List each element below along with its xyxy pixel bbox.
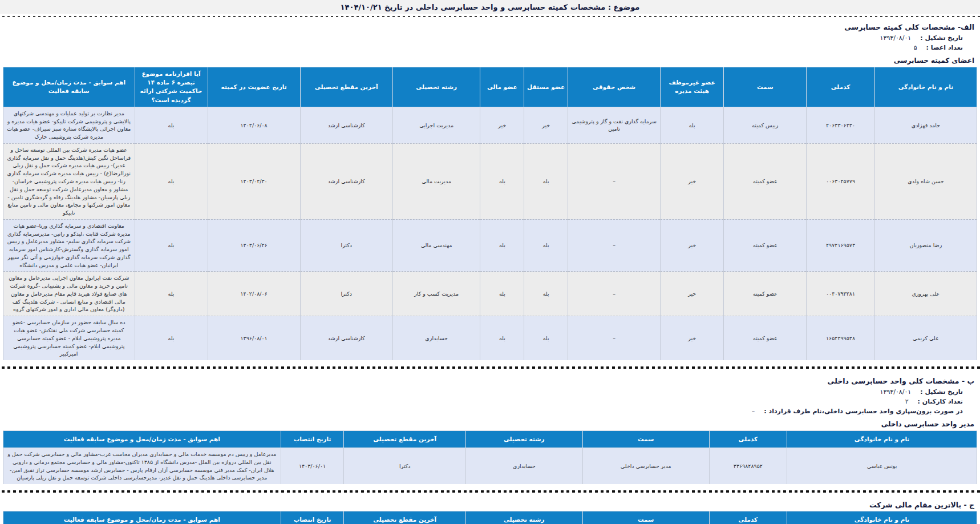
table-cell: ۰۰۴۰۷۹۳۲۸۱ <box>807 272 874 316</box>
table-cell: ۰۰۶۳۰۲۵۷۷۹ <box>807 143 874 219</box>
table-cell: – <box>568 316 661 360</box>
column-header: عضو غیرموظف هیئت مدیره <box>661 67 724 107</box>
table-cell: بله <box>135 143 208 219</box>
column-header: رشته تحصیلی <box>465 511 582 524</box>
column-header: نام و نام خانوادگی <box>787 511 977 524</box>
column-header: تاریخ انتصاب <box>281 431 344 448</box>
title-separator <box>0 15 980 17</box>
table-cell: عضو کمیته <box>724 219 807 272</box>
table-cell: ۲۹۷۲۱۶۹۵۷۳ <box>807 219 874 272</box>
table-cell: بله <box>524 316 568 360</box>
column-header: عضو مستقل <box>524 67 568 107</box>
table-cell: – <box>568 272 661 316</box>
table-cell: بله <box>480 143 524 219</box>
table-cell: علی کریمی <box>874 316 977 360</box>
table-cell: حسابداری <box>465 448 582 485</box>
column-header: نام و نام خانوادگی <box>874 67 977 107</box>
table-cell: حسابداری <box>392 316 480 360</box>
meta-value: ۱۳۹۳/۰۸/۰۱ <box>880 388 912 396</box>
cfo-table: نام و نام خانوادگیکدملیسمترشته تحصیلیآخر… <box>3 511 977 524</box>
table-cell: بله <box>135 107 208 143</box>
table-cell: عضو هیات مدیره شرکت بین المللی توسعه ساح… <box>3 143 135 219</box>
section-b-heading: ب - مشخصات کلی واحد حسابرسی داخلی <box>0 372 980 387</box>
formation-date-line: تاریخ تشکیل :۱۳۹۳/۰۸/۰۱ <box>0 33 980 43</box>
table-cell: خیر <box>661 272 724 316</box>
table-cell: مدیر حسابرسی داخلی <box>582 448 709 485</box>
table-row: علی بهروزی۰۰۴۰۷۹۳۲۸۱عضو کمیتهخیر–بلهبلهم… <box>3 272 977 316</box>
column-header: تاریخ انتصاب <box>281 511 344 524</box>
report-page: موضوع : مشخصات کمیته حسابرسی و واحد حساب… <box>0 0 980 524</box>
table-cell: ده سال سابقه حضور در سازمان حسابرسی -عضو… <box>3 316 135 360</box>
outsourcing-line: در صورت برون‌سپاری واحد حسابرسی داخلی،نا… <box>0 406 980 416</box>
staff-count-line: تعداد کارکنان :۲ <box>0 397 980 406</box>
table-cell: یونس عباسی <box>787 448 977 485</box>
formation-date-line: تاریخ تشکیل :۱۳۹۳/۰۸/۰۱ <box>0 387 980 397</box>
table-cell: عضو کمیته <box>724 272 807 316</box>
table-cell: رییس کمیته <box>724 107 807 143</box>
member-count-line: تعداد اعضا :۵ <box>0 43 980 53</box>
column-header: اهم سوابق - مدت زمان/محل و موضوع سابقه ف… <box>3 67 135 107</box>
table-cell: خیر <box>661 316 724 360</box>
table-cell: ۳۳۶۹۸۲۸۹۵۲ <box>709 448 787 485</box>
table-cell: ۱۴۰۲/۰۸/۰۶ <box>208 272 300 316</box>
column-header: کدملی <box>807 67 874 107</box>
column-header: نام و نام خانوادگی <box>787 431 977 448</box>
table-cell: عضو کمیته <box>724 143 807 219</box>
meta-label: در صورت برون‌سپاری واحد حسابرسی داخلی،نا… <box>764 408 963 415</box>
table-cell: کارشناسی ارشد <box>300 107 392 143</box>
column-header: اهم سوابق - مدت زمان/محل و موضوع سابقه ف… <box>3 511 281 524</box>
page-title: موضوع : مشخصات کمیته حسابرسی و واحد حساب… <box>0 0 980 14</box>
table-cell: بله <box>480 316 524 360</box>
internal-audit-manager-table: نام و نام خانوادگیکدملیسمترشته تحصیلیآخر… <box>3 430 977 484</box>
table-cell: دکترا <box>300 219 392 272</box>
column-header: رشته تحصیلی <box>465 431 582 448</box>
table-cell: – <box>568 219 661 272</box>
table-cell: مدیرعامل و رییس دم موسسه خدمات مالی و حس… <box>3 448 281 485</box>
column-header: سمت <box>582 511 709 524</box>
table-cell: ۱۴۰۳/۰۶/۰۱ <box>281 448 344 485</box>
table-cell: ۲۰۶۳۳۰۶۲۳۰ <box>807 107 874 143</box>
meta-value: ۲ <box>905 398 909 405</box>
meta-label: تاریخ تشکیل : <box>920 34 963 42</box>
table-cell: بله <box>135 316 208 360</box>
table-cell: حسن شاه ولدی <box>874 143 977 219</box>
column-header: آخرین مقطع تحصیلی <box>300 67 392 107</box>
table-cell: خیر <box>480 107 524 143</box>
header-row: نام و نام خانوادگیکدملیسمتعضو غیرموظف هی… <box>3 67 977 107</box>
table-cell: معاونت اقتصادی و سرمایه گذاری ورنا-عضو ه… <box>3 219 135 272</box>
table-row: حامد فهزادی۲۰۶۳۳۰۶۲۳۰رییس کمیتهبلهسرمایه… <box>3 107 977 143</box>
table-cell: کارشناسی ارشد <box>300 316 392 360</box>
column-header: آیا اقرارنامه موضوع تبصره ۶ ماده ۱۴ حاکم… <box>135 67 208 107</box>
meta-value: ۱۳۹۳/۰۸/۰۱ <box>880 34 912 42</box>
table-cell: بله <box>524 143 568 219</box>
section-internal-audit-unit: ب - مشخصات کلی واحد حسابرسی داخلی تاریخ … <box>0 372 980 484</box>
column-header: تاریخ عضویت در کمیته <box>208 67 300 107</box>
table-cell: بله <box>524 272 568 316</box>
table-cell: دکترا <box>344 448 465 485</box>
table-cell: مدیر نظارت بر تولید عملیات و مهندسی شرکت… <box>3 107 135 143</box>
table-cell: مهندسی مالی <box>392 219 480 272</box>
section-audit-committee: الف- مشخصات کلی کمیته حسابرسی تاریخ تشکی… <box>0 18 980 360</box>
table-wrapper: نام و نام خانوادگیکدملیسمترشته تحصیلیآخر… <box>0 430 980 484</box>
meta-value: – <box>752 408 755 415</box>
column-header: آخرین مقطع تحصیلی <box>344 511 465 524</box>
section-separator <box>0 366 980 369</box>
column-header: آخرین مقطع تحصیلی <box>344 431 465 448</box>
column-header: رشته تحصیلی <box>392 67 480 107</box>
column-header: کدملی <box>709 431 787 448</box>
column-header: سمت <box>724 67 807 107</box>
section-a-heading: الف- مشخصات کلی کمیته حسابرسی <box>0 18 980 33</box>
table-cell: بله <box>524 219 568 272</box>
meta-label: تاریخ تشکیل : <box>920 388 963 396</box>
table-row: یونس عباسی۳۳۶۹۸۲۸۹۵۲مدیر حسابرسی داخلیحس… <box>3 448 977 485</box>
header-row: نام و نام خانوادگیکدملیسمترشته تحصیلیآخر… <box>3 511 977 524</box>
table-cell: علی بهروزی <box>874 272 977 316</box>
table-cell: مدیریت کسب و کار <box>392 272 480 316</box>
column-header: سمت <box>582 431 709 448</box>
meta-value: ۵ <box>914 44 917 51</box>
table-wrapper: نام و نام خانوادگیکدملیسمترشته تحصیلیآخر… <box>0 511 980 524</box>
section-c-heading: ج - بالاترین مقام مالی شرکت <box>0 496 980 511</box>
column-header: اهم سوابق - مدت زمان/محل و موضوع سابقه ف… <box>3 431 281 448</box>
column-header: کدملی <box>709 511 787 524</box>
table-cell: بله <box>661 107 724 143</box>
